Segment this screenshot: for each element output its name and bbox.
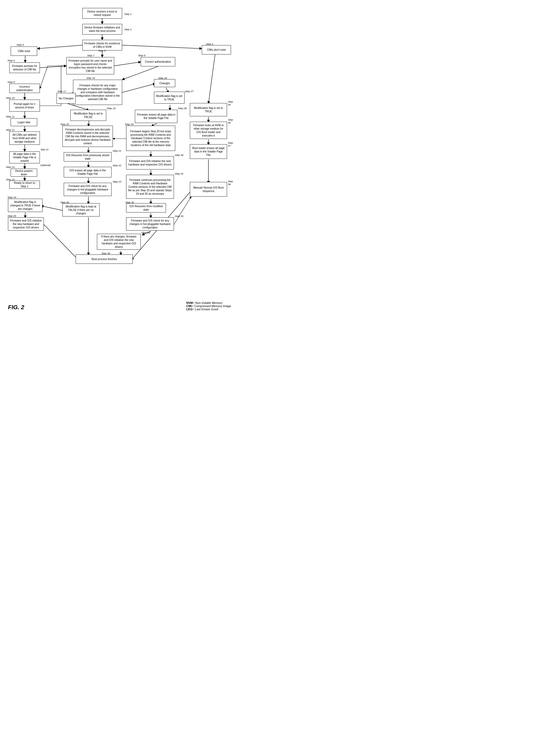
step-2-label: Step 2 [124,28,131,31]
box-b38: Manual/ Normal O/S Boot Sequence [190,182,227,196]
step-4-label: Step 4 [206,43,213,45]
box-b25: Firmware and O/S initialise the new hard… [8,217,44,230]
box-b18: Changes [154,79,175,87]
step-15-label: Step 15 [6,178,14,181]
box-b20: Firmware decompresses and decrypts RAM C… [62,126,113,147]
box-b23: Firmware and O/S check for any changes i… [64,183,111,196]
step-20-label: Step 20 [60,123,69,126]
step-34-label: Step 34 [141,231,150,234]
svg-line-4 [122,45,202,49]
step-3-label: Step 3 [98,49,105,52]
box-b13: All page data in the Volatile Page File … [9,151,40,163]
step-23-label: Step 23 [112,180,121,183]
svg-line-27 [88,121,89,126]
step-9-label: Step 9 [138,54,145,57]
box-b39: Boot process finishes [76,255,133,264]
svg-line-48 [174,196,191,224]
step-30-label: Step 30 [175,154,184,157]
box-b34: If there are changes, firmware and O/S i… [97,234,141,250]
svg-line-43 [208,54,215,103]
box-b6: Firmware prompts for selection of CMI fi… [9,62,40,73]
step-10-label: Step 10 [6,96,14,99]
step-29-label: Step 29 [125,123,134,126]
step-32-label: Step 32 [125,201,134,204]
box-b24: Modification flag is changed to TRUE if … [8,199,43,212]
step-22-label: Step 22 [112,164,121,167]
step-8-label: Step 8 [7,81,14,83]
step-5-label: Step 5 [16,43,24,46]
legend: NVM= Non-Volatile Memory CMI= Compressed… [186,301,231,311]
step-33-label: Step 33 [175,215,184,218]
box-b29: Firmware begins Step 20 but stops proces… [126,126,175,151]
diagram: Device receives a boot or reboot request… [5,5,234,313]
step-37-label: Step 37 [228,141,234,147]
box-b4: CMIs don't exist [202,45,231,54]
box-b15: Ready to return to Step 1 [9,181,40,189]
box-b26: Modification flag is kept at FALSE if th… [62,203,100,217]
box-b36: Firmware looks at NVM or other storage m… [190,122,227,139]
step-19-label: Step 19 [107,107,115,110]
step-28-label: Step 28 [178,107,187,110]
step-17-label: Step 17 [57,90,66,93]
figure-label: FIG. 2 [8,304,24,311]
step-14-label: Step 14 [6,166,14,168]
legend-row-nvm: NVM= Non-Volatile Memory [186,301,231,304]
step-11-label: Step 11 [6,115,14,118]
box-b32: O/S Resumes from modified state [126,203,166,213]
box-b19: Modification flag is set to FALSE [71,110,106,121]
svg-line-21 [122,84,155,92]
step-1-label: Step 1 [124,12,131,15]
step-12-label: Step 12 [6,128,14,131]
box-b12: All CMIs are deleted from NVM and other … [9,131,40,145]
step-13-label: Step 13 [41,148,48,151]
box-b10: Prompt again for n amount of times [9,100,40,112]
step-38-label: Step 38 [228,180,234,186]
step-35-label: Step 35 [228,100,234,106]
box-b2: Device firmware initialises and starts t… [82,24,122,35]
box-b17: No Changes [56,93,76,103]
box-b21: O/S Resumes from previously stored state [64,152,111,162]
step-39-label: Step 39 [101,252,110,255]
step-18-label: Step 18 [158,77,167,79]
step-31-label: Step 31 [175,172,184,175]
step-24-label: Step 24 [7,196,16,199]
box-b8: Incorrect authentication [9,84,40,93]
box-b5: CMIs exist [11,46,37,56]
svg-line-10 [40,66,48,88]
step-16-label: Step 16 [86,77,95,79]
step-36-label: Step 36 [228,118,234,124]
box-b30: Firmware and O/S initialise the new hard… [126,156,174,170]
step-7-label: Step 7 [87,54,94,57]
box-b7: Firmware prompts for user name and logon… [66,57,114,74]
step-25-label: Step 25 [7,214,16,217]
step-6-label: Step 6 [7,59,14,62]
box-b27: Modification flag is set to TRUE [154,92,185,103]
svg-line-3 [38,45,82,49]
svg-line-20 [122,67,158,80]
svg-line-37 [41,206,64,211]
step-27-label: Step 27 [185,90,194,93]
box-b16: Firmware checks for any major changes in… [73,80,122,105]
svg-line-7 [40,66,66,68]
legend-row-lkg: LKG= Last Known Good [186,308,231,311]
box-b1: Device receives a boot or reboot request [82,8,122,18]
step-21-label: Step 21 [112,149,121,152]
svg-line-8 [114,62,141,66]
svg-line-39 [44,224,78,260]
box-b3: Firmware checks for existence of CMIs in… [82,40,122,50]
box-b22: O/S erases all page data in the Volatile… [64,167,111,177]
legend-row-cmi: CMI= Compressed Memory Image [186,304,231,308]
box-b33: Firmware and O/S check for any changes i… [126,217,174,230]
box-b37: Boot loader erases all page data in the … [190,144,227,159]
box-b35: Modification flag is set to TRUE [190,103,227,116]
box-b31: Firmware continues processing the RAM Co… [126,175,174,199]
box-b14: Device powers down [11,169,37,177]
step-26-label: Step 26 [60,201,69,204]
box-b9: Correct authentication [141,57,175,67]
box-b11: Logon fails [11,118,37,126]
optional-label-2: [Optional] [41,164,50,167]
box-b28: Firmware erases all page data in the Vol… [135,110,177,123]
